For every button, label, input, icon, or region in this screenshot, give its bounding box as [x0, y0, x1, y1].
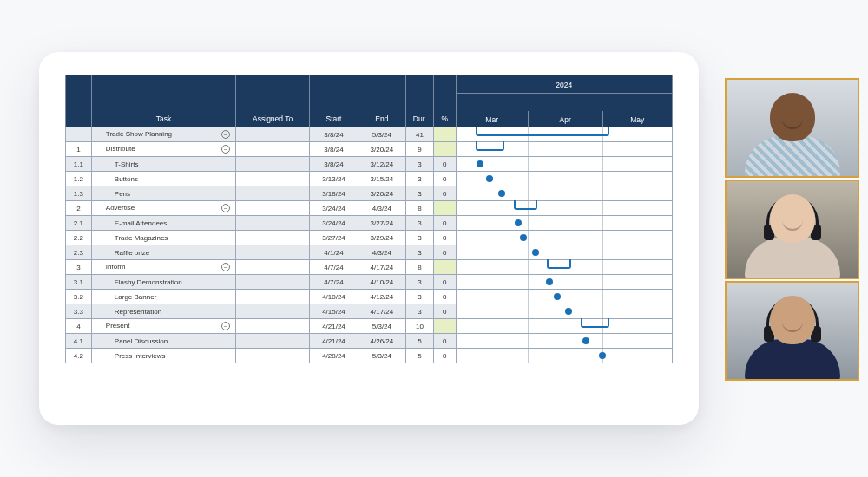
- cell-number[interactable]: 2.3: [66, 245, 92, 260]
- cell-end[interactable]: 4/3/24: [358, 245, 405, 260]
- cell-number[interactable]: 3.2: [66, 290, 92, 304]
- cell-task[interactable]: Distribute–: [91, 142, 235, 157]
- gantt-summary-bar[interactable]: [514, 204, 538, 210]
- cell-end[interactable]: 3/12/24: [358, 157, 405, 172]
- cell-percent[interactable]: 0: [434, 186, 457, 201]
- table-row[interactable]: 3.2Large Banner4/10/244/12/2430: [66, 290, 673, 304]
- cell-start[interactable]: 3/8/24: [310, 157, 358, 172]
- cell-number[interactable]: 4.2: [66, 349, 92, 363]
- table-row[interactable]: 2.3Raffle prize4/1/244/3/2430: [66, 245, 673, 260]
- cell-end[interactable]: 5/3/24: [358, 319, 405, 334]
- cell-start[interactable]: 4/15/24: [310, 304, 358, 319]
- cell-assigned[interactable]: [236, 216, 310, 231]
- gantt-task-dot[interactable]: [486, 175, 493, 182]
- table-row[interactable]: 3.1Flashy Demonstration4/7/244/10/2430: [66, 275, 673, 290]
- cell-percent[interactable]: [434, 260, 457, 275]
- cell-start[interactable]: 4/21/24: [310, 334, 358, 349]
- cell-task[interactable]: Buttons: [91, 172, 235, 186]
- cell-number[interactable]: [66, 127, 92, 142]
- cell-duration[interactable]: 8: [406, 260, 434, 275]
- cell-percent[interactable]: [434, 127, 457, 142]
- cell-percent[interactable]: 0: [434, 172, 457, 186]
- cell-task[interactable]: E-mail Attendees: [91, 216, 235, 231]
- cell-duration[interactable]: 3: [406, 245, 434, 260]
- table-row[interactable]: 1.2Buttons3/13/243/15/2430: [66, 172, 673, 186]
- cell-start[interactable]: 4/7/24: [310, 260, 358, 275]
- cell-number[interactable]: 3.3: [66, 304, 92, 319]
- cell-duration[interactable]: 3: [406, 172, 434, 186]
- cell-end[interactable]: 3/20/24: [358, 186, 405, 201]
- cell-duration[interactable]: 3: [406, 231, 434, 245]
- gantt-summary-bar[interactable]: [476, 145, 504, 151]
- cell-end[interactable]: 4/3/24: [358, 201, 405, 216]
- cell-start[interactable]: 3/8/24: [310, 127, 358, 142]
- cell-percent[interactable]: 0: [434, 334, 457, 349]
- cell-percent[interactable]: 0: [434, 349, 457, 363]
- cell-task[interactable]: Advertise–: [91, 201, 235, 216]
- gantt-task-dot[interactable]: [554, 293, 561, 300]
- cell-task[interactable]: Trade Magazines: [91, 231, 235, 245]
- cell-number[interactable]: 1.2: [66, 172, 92, 186]
- cell-assigned[interactable]: [236, 334, 310, 349]
- table-row[interactable]: 1.1T-Shirts3/8/243/12/2430: [66, 157, 673, 172]
- cell-assigned[interactable]: [236, 157, 310, 172]
- cell-task[interactable]: Present–: [91, 319, 235, 334]
- cell-duration[interactable]: 3: [406, 157, 434, 172]
- cell-duration[interactable]: 3: [406, 186, 434, 201]
- video-tile[interactable]: [725, 78, 859, 178]
- video-tile[interactable]: [725, 281, 859, 381]
- table-row[interactable]: 4Present–4/21/245/3/2410: [66, 319, 673, 334]
- cell-duration[interactable]: 5: [406, 334, 434, 349]
- cell-start[interactable]: 3/24/24: [310, 201, 358, 216]
- cell-number[interactable]: 2: [66, 201, 92, 216]
- cell-percent[interactable]: 0: [434, 290, 457, 304]
- table-row[interactable]: 2Advertise–3/24/244/3/248: [66, 201, 673, 216]
- cell-end[interactable]: 3/20/24: [358, 142, 405, 157]
- cell-assigned[interactable]: [236, 201, 310, 216]
- table-row[interactable]: 4.1Panel Discussion4/21/244/26/2450: [66, 334, 673, 349]
- cell-percent[interactable]: 0: [434, 275, 457, 290]
- cell-assigned[interactable]: [236, 142, 310, 157]
- table-row[interactable]: Trade Show Planning–3/8/245/3/2441: [66, 127, 673, 142]
- cell-assigned[interactable]: [236, 319, 310, 334]
- collapse-icon[interactable]: –: [221, 145, 230, 154]
- table-row[interactable]: 4.2Press Interviews4/28/245/3/2450: [66, 349, 673, 363]
- collapse-icon[interactable]: –: [221, 130, 230, 139]
- cell-task[interactable]: Raffle prize: [91, 245, 235, 260]
- cell-task[interactable]: Trade Show Planning–: [91, 127, 235, 142]
- cell-end[interactable]: 4/17/24: [358, 304, 405, 319]
- cell-number[interactable]: 1: [66, 142, 92, 157]
- table-row[interactable]: 3Inform–4/7/244/17/248: [66, 260, 673, 275]
- cell-start[interactable]: 3/18/24: [310, 186, 358, 201]
- cell-assigned[interactable]: [236, 304, 310, 319]
- table-row[interactable]: 2.1E-mail Attendees3/24/243/27/2430: [66, 216, 673, 231]
- cell-duration[interactable]: 41: [406, 127, 434, 142]
- cell-duration[interactable]: 3: [406, 290, 434, 304]
- cell-percent[interactable]: 0: [434, 216, 457, 231]
- cell-number[interactable]: 3: [66, 260, 92, 275]
- cell-duration[interactable]: 3: [406, 304, 434, 319]
- cell-start[interactable]: 3/27/24: [310, 231, 358, 245]
- cell-task[interactable]: Panel Discussion: [91, 334, 235, 349]
- cell-end[interactable]: 4/12/24: [358, 290, 405, 304]
- cell-task[interactable]: Large Banner: [91, 290, 235, 304]
- cell-task[interactable]: Flashy Demonstration: [91, 275, 235, 290]
- cell-task[interactable]: T-Shirts: [91, 157, 235, 172]
- cell-percent[interactable]: [434, 201, 457, 216]
- cell-assigned[interactable]: [236, 127, 310, 142]
- cell-number[interactable]: 2.2: [66, 231, 92, 245]
- cell-number[interactable]: 3.1: [66, 275, 92, 290]
- cell-assigned[interactable]: [236, 290, 310, 304]
- cell-duration[interactable]: 9: [406, 142, 434, 157]
- cell-task[interactable]: Press Interviews: [91, 349, 235, 363]
- cell-start[interactable]: 4/1/24: [310, 245, 358, 260]
- cell-duration[interactable]: 3: [406, 275, 434, 290]
- cell-task[interactable]: Inform–: [91, 260, 235, 275]
- cell-number[interactable]: 4.1: [66, 334, 92, 349]
- gantt-table[interactable]: Task Assigned To Start End Dur. % 2024 M…: [65, 75, 673, 363]
- cell-start[interactable]: 3/24/24: [310, 216, 358, 231]
- cell-assigned[interactable]: [236, 245, 310, 260]
- gantt-summary-bar[interactable]: [581, 322, 609, 328]
- cell-start[interactable]: 4/7/24: [310, 275, 358, 290]
- gantt-task-dot[interactable]: [599, 352, 606, 359]
